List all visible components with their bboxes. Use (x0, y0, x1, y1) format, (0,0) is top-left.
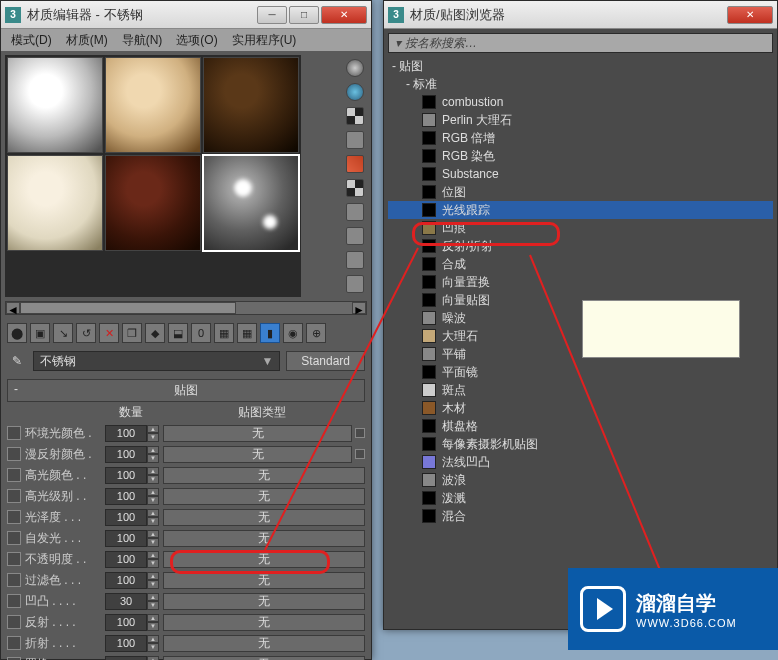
spinner[interactable]: ▲▼ (147, 656, 159, 661)
reset-icon[interactable]: ↺ (76, 323, 96, 343)
go-parent-icon[interactable]: ▮ (260, 323, 280, 343)
tree-item[interactable]: 合成 (388, 255, 773, 273)
menu-utils[interactable]: 实用程序(U) (232, 32, 297, 49)
map-checkbox[interactable] (7, 510, 21, 524)
map-slot-button[interactable]: 无 (163, 614, 365, 631)
spinner[interactable]: ▲▼ (147, 425, 159, 442)
material-slot-6-selected[interactable] (203, 155, 299, 251)
map-amount-input[interactable]: 100 (105, 551, 147, 568)
assign-icon[interactable]: ↘ (53, 323, 73, 343)
spinner[interactable]: ▲▼ (147, 635, 159, 652)
map-amount-input[interactable]: 100 (105, 467, 147, 484)
spinner[interactable]: ▲▼ (147, 593, 159, 610)
map-checkbox[interactable] (7, 489, 21, 503)
map-checkbox[interactable] (7, 426, 21, 440)
tree-item[interactable]: 向量置换 (388, 273, 773, 291)
tree-item[interactable]: 泼溅 (388, 489, 773, 507)
map-amount-input[interactable]: 100 (105, 635, 147, 652)
tree-item[interactable]: 反射/折射 (388, 237, 773, 255)
delete-icon[interactable]: ✕ (99, 323, 119, 343)
maximize-button[interactable]: □ (289, 6, 319, 24)
map-amount-input[interactable]: 100 (105, 614, 147, 631)
lock-icon[interactable] (355, 449, 365, 459)
dropdown-arrow-icon[interactable]: ▼ (261, 354, 273, 368)
sample-video-icon[interactable] (346, 227, 364, 245)
menu-material[interactable]: 材质(M) (66, 32, 108, 49)
map-slot-button[interactable]: 无 (163, 467, 365, 484)
close-button[interactable]: ✕ (321, 6, 367, 24)
tree-item[interactable]: combustion (388, 93, 773, 111)
material-slot-4[interactable] (7, 155, 103, 251)
sample-sphere-icon[interactable] (346, 59, 364, 77)
map-slot-button[interactable]: 无 (163, 425, 352, 442)
map-checkbox[interactable] (7, 531, 21, 545)
map-amount-input[interactable]: 100 (105, 572, 147, 589)
map-checkbox[interactable] (7, 447, 21, 461)
sample-tile-icon[interactable] (346, 203, 364, 221)
tree-item[interactable]: Perlin 大理石 (388, 111, 773, 129)
tree-item[interactable]: 木材 (388, 399, 773, 417)
tree-item[interactable]: 位图 (388, 183, 773, 201)
map-amount-input[interactable]: 30 (105, 593, 147, 610)
tree-item[interactable]: 平面镜 (388, 363, 773, 381)
map-slot-button[interactable]: 无 (163, 656, 365, 661)
spinner[interactable]: ▲▼ (147, 614, 159, 631)
sample-options-icon[interactable] (346, 251, 364, 269)
map-slot-button[interactable]: 无 (163, 593, 365, 610)
dropper-icon[interactable]: ✎ (7, 351, 27, 371)
sample-cylinder-icon[interactable] (346, 83, 364, 101)
map-slot-button[interactable]: 无 (163, 551, 365, 568)
material-name-input[interactable]: 不锈钢 ▼ (33, 351, 280, 371)
material-slot-3[interactable] (203, 57, 299, 153)
map-amount-input[interactable]: 100 (105, 425, 147, 442)
map-slot-button[interactable]: 无 (163, 635, 365, 652)
material-type-button[interactable]: Standard (286, 351, 365, 371)
material-slot-1[interactable] (7, 57, 103, 153)
map-slot-button[interactable]: 无 (163, 509, 365, 526)
map-checkbox[interactable] (7, 573, 21, 587)
tree-item[interactable]: 波浪 (388, 471, 773, 489)
spinner[interactable]: ▲▼ (147, 530, 159, 547)
tree-item[interactable]: 棋盘格 (388, 417, 773, 435)
map-slot-button[interactable]: 无 (163, 446, 352, 463)
material-slot-5[interactable] (105, 155, 201, 251)
tree-item[interactable]: 每像素摄影机贴图 (388, 435, 773, 453)
material-slot-2[interactable] (105, 57, 201, 153)
sample-select-icon[interactable] (346, 275, 364, 293)
maps-section-header[interactable]: - 贴图 (7, 379, 365, 402)
tree-item[interactable]: 凹痕 (388, 219, 773, 237)
map-amount-input[interactable]: 100 (105, 446, 147, 463)
sample-light-icon[interactable] (346, 155, 364, 173)
map-amount-input[interactable]: 100 (105, 488, 147, 505)
tree-item[interactable]: 斑点 (388, 381, 773, 399)
close-button[interactable]: ✕ (727, 6, 773, 24)
samples-scrollbar[interactable]: ◄► (5, 301, 367, 315)
pick-target-icon[interactable]: ⊕ (306, 323, 326, 343)
tree-item[interactable]: 光线跟踪 (388, 201, 773, 219)
make-copy-icon[interactable]: ❐ (122, 323, 142, 343)
sample-checker-icon[interactable] (346, 107, 364, 125)
get-material-icon[interactable]: ⬤ (7, 323, 27, 343)
put-library-icon[interactable]: ⬓ (168, 323, 188, 343)
show-map-icon[interactable]: ▦ (214, 323, 234, 343)
map-slot-button[interactable]: 无 (163, 530, 365, 547)
menu-options[interactable]: 选项(O) (176, 32, 217, 49)
show-end-icon[interactable]: ▦ (237, 323, 257, 343)
put-scene-icon[interactable]: ▣ (30, 323, 50, 343)
map-checkbox[interactable] (7, 615, 21, 629)
go-forward-icon[interactable]: ◉ (283, 323, 303, 343)
tree-item[interactable]: Substance (388, 165, 773, 183)
spinner[interactable]: ▲▼ (147, 488, 159, 505)
map-amount-input[interactable]: 100 (105, 530, 147, 547)
tree-standard[interactable]: - 标准 (388, 75, 773, 93)
menu-nav[interactable]: 导航(N) (122, 32, 163, 49)
spinner[interactable]: ▲▼ (147, 467, 159, 484)
tree-root[interactable]: - 贴图 (388, 57, 773, 75)
map-slot-button[interactable]: 无 (163, 488, 365, 505)
spinner[interactable]: ▲▼ (147, 551, 159, 568)
map-slot-button[interactable]: 无 (163, 572, 365, 589)
spinner[interactable]: ▲▼ (147, 509, 159, 526)
lock-icon[interactable] (355, 428, 365, 438)
make-unique-icon[interactable]: ◆ (145, 323, 165, 343)
tree-item[interactable]: 法线凹凸 (388, 453, 773, 471)
